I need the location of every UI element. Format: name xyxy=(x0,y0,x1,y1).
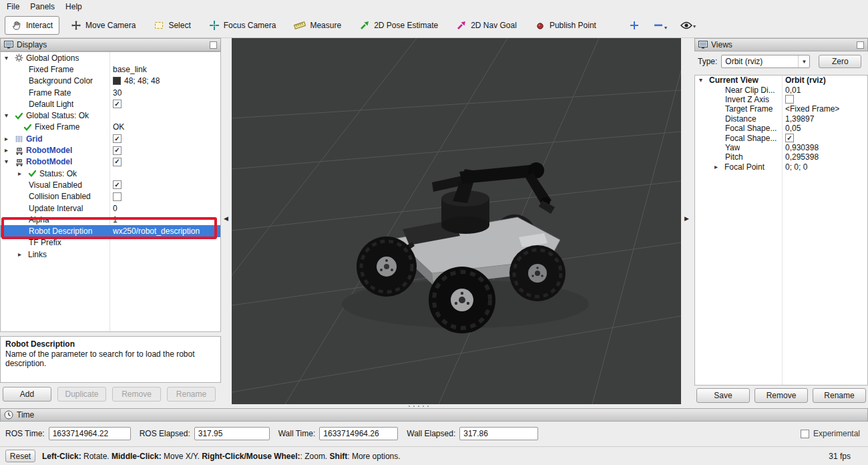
property-value-cell[interactable]: Orbit (rviz) xyxy=(782,75,867,85)
property-value-cell[interactable]: 30 xyxy=(110,88,220,98)
tool-focus-camera[interactable]: Focus Camera xyxy=(202,16,283,35)
property-value-cell[interactable]: 0,01 xyxy=(782,86,867,95)
collapse-arrow-icon[interactable]: ▾ xyxy=(699,77,709,84)
time-input-ros-time[interactable]: 1633714964.22 xyxy=(49,427,131,440)
property-value-cell[interactable]: ✓ xyxy=(782,134,867,142)
property-value-cell[interactable]: 0,295398 xyxy=(782,152,867,162)
menu-panels[interactable]: Panels xyxy=(25,1,60,13)
property-value-cell[interactable]: 1,39897 xyxy=(782,114,867,124)
property-value-cell[interactable]: ✓ xyxy=(110,158,220,166)
property-value-cell[interactable] xyxy=(110,192,220,201)
view-type-dropdown[interactable]: Orbit (rviz) ▼ xyxy=(721,55,810,68)
value-checkbox[interactable] xyxy=(113,192,122,201)
display-row-background-color[interactable]: Background Color48; 48; 48 xyxy=(1,75,220,87)
property-value-cell[interactable]: <Fixed Frame> xyxy=(782,104,867,114)
property-value-cell[interactable]: 0,05 xyxy=(782,124,867,133)
left-splitter[interactable]: ◀ xyxy=(221,38,232,404)
display-row-global-status-ok[interactable]: ▾Global Status: Ok xyxy=(1,110,220,121)
view-row-focal-point[interactable]: ▸Focal Point0; 0; 0 xyxy=(695,162,867,172)
property-value-cell[interactable]: ✓ xyxy=(110,134,220,143)
menu-file[interactable]: File xyxy=(1,1,25,13)
remove-button[interactable]: Remove xyxy=(112,387,161,402)
property-value-cell[interactable]: 0 xyxy=(110,204,220,213)
3d-viewport[interactable] xyxy=(232,38,681,404)
tool-select[interactable]: Select xyxy=(147,16,197,35)
display-row-robotmodel[interactable]: ▾RobotModel✓ xyxy=(1,156,220,168)
eye-button[interactable]: ▾ xyxy=(678,19,698,31)
display-row-alpha[interactable]: Alpha1 xyxy=(1,214,220,225)
display-row-tf-prefix[interactable]: TF Prefix xyxy=(1,237,220,249)
property-value-cell[interactable]: base_link xyxy=(110,65,220,74)
view-row-pitch[interactable]: Pitch0,295398 xyxy=(695,152,867,162)
tool-interact[interactable]: Interact xyxy=(5,16,59,35)
tool-2d-pose-estimate[interactable]: 2D Pose Estimate xyxy=(353,16,445,35)
views-panel-checkbox[interactable] xyxy=(857,41,864,49)
display-row-grid[interactable]: ▸Grid✓ xyxy=(1,133,220,144)
tool-move-camera[interactable]: Move Camera xyxy=(64,16,142,35)
property-value-cell[interactable]: 1 xyxy=(110,215,220,224)
save-button[interactable]: Save xyxy=(696,388,750,403)
property-value-cell[interactable]: 0; 0; 0 xyxy=(782,162,867,172)
rename-button[interactable]: Rename xyxy=(813,388,866,403)
expand-arrow-icon[interactable]: ▸ xyxy=(18,251,28,258)
displays-panel-header[interactable]: Displays xyxy=(0,38,221,51)
display-row-robotmodel[interactable]: ▸RobotModel✓ xyxy=(1,144,220,156)
property-value-cell[interactable]: 48; 48; 48 xyxy=(110,76,220,86)
collapse-arrow-icon[interactable]: ▾ xyxy=(5,158,15,165)
zero-button[interactable]: Zero xyxy=(819,55,861,68)
time-panel-header[interactable]: Time xyxy=(0,408,868,422)
add-button[interactable]: Add xyxy=(3,387,51,402)
display-row-links[interactable]: ▸Links xyxy=(1,249,220,260)
view-row-invert-z-axis[interactable]: Invert Z Axis xyxy=(695,95,867,104)
displays-panel-checkbox[interactable] xyxy=(210,41,217,49)
rename-button[interactable]: Rename xyxy=(167,387,216,402)
remove-tool-minus-button[interactable]: ▾ xyxy=(650,18,670,33)
display-row-status-ok[interactable]: ▸Status: Ok xyxy=(1,168,220,179)
expand-arrow-icon[interactable]: ▸ xyxy=(714,164,724,170)
property-value-cell[interactable]: ✓ xyxy=(110,146,220,155)
property-value-cell[interactable] xyxy=(782,95,867,104)
views-panel-header[interactable]: Views xyxy=(694,38,868,51)
view-row-near-clip-di[interactable]: Near Clip Di...0,01 xyxy=(695,85,867,94)
view-row-focal-shape[interactable]: Focal Shape...✓ xyxy=(695,133,867,142)
view-row-current-view[interactable]: ▾Current ViewOrbit (rviz) xyxy=(695,75,867,85)
tool-measure[interactable]: Measure xyxy=(287,16,348,35)
property-value-cell[interactable]: ✓ xyxy=(110,180,220,189)
expand-arrow-icon[interactable]: ▸ xyxy=(5,147,15,154)
view-row-target-frame[interactable]: Target Frame<Fixed Frame> xyxy=(695,104,867,114)
display-row-fixed-frame[interactable]: Fixed FrameOK xyxy=(1,122,220,133)
remove-button[interactable]: Remove xyxy=(754,388,808,403)
value-checkbox[interactable] xyxy=(785,95,794,104)
property-value-cell[interactable]: OK xyxy=(110,122,220,132)
tool-publish-point[interactable]: Publish Point xyxy=(528,16,603,35)
view-row-distance[interactable]: Distance1,39897 xyxy=(695,114,867,124)
collapse-arrow-icon[interactable]: ▾ xyxy=(5,112,15,119)
expand-arrow-icon[interactable]: ▸ xyxy=(18,170,28,177)
reset-button[interactable]: Reset xyxy=(5,450,35,462)
display-row-robot-description[interactable]: Robot Descriptionwx250/robot_description xyxy=(1,225,220,237)
display-row-fixed-frame[interactable]: Fixed Framebase_link xyxy=(1,63,220,75)
tool-2d-nav-goal[interactable]: 2D Nav Goal xyxy=(449,16,523,35)
duplicate-button[interactable]: Duplicate xyxy=(57,387,106,402)
property-value-cell[interactable]: 0,930398 xyxy=(782,143,867,152)
menu-help[interactable]: Help xyxy=(60,1,87,13)
collapse-arrow-icon[interactable]: ▾ xyxy=(5,55,15,61)
view-row-yaw[interactable]: Yaw0,930398 xyxy=(695,143,867,152)
property-value-cell[interactable]: wx250/robot_description xyxy=(110,226,220,236)
collapse-left-arrow-icon[interactable]: ◀ xyxy=(224,215,228,222)
add-tool-plus-button[interactable] xyxy=(626,18,642,33)
display-row-default-light[interactable]: Default Light✓ xyxy=(1,98,220,110)
collapse-right-arrow-icon[interactable]: ▶ xyxy=(684,215,689,222)
view-row-focal-shape[interactable]: Focal Shape...0,05 xyxy=(695,124,867,133)
time-input-wall-time[interactable]: 1633714964.26 xyxy=(319,427,398,440)
right-splitter[interactable]: ▶ xyxy=(681,38,694,404)
display-row-visual-enabled[interactable]: Visual Enabled✓ xyxy=(1,179,220,190)
experimental-checkbox[interactable] xyxy=(801,430,809,438)
value-checkbox[interactable]: ✓ xyxy=(113,134,122,143)
value-checkbox[interactable]: ✓ xyxy=(113,158,122,166)
property-value-cell[interactable]: ✓ xyxy=(110,100,220,108)
value-checkbox[interactable]: ✓ xyxy=(785,134,794,142)
display-row-update-interval[interactable]: Update Interval0 xyxy=(1,202,220,214)
value-checkbox[interactable]: ✓ xyxy=(113,180,122,189)
experimental-toggle[interactable]: Experimental xyxy=(801,429,860,438)
